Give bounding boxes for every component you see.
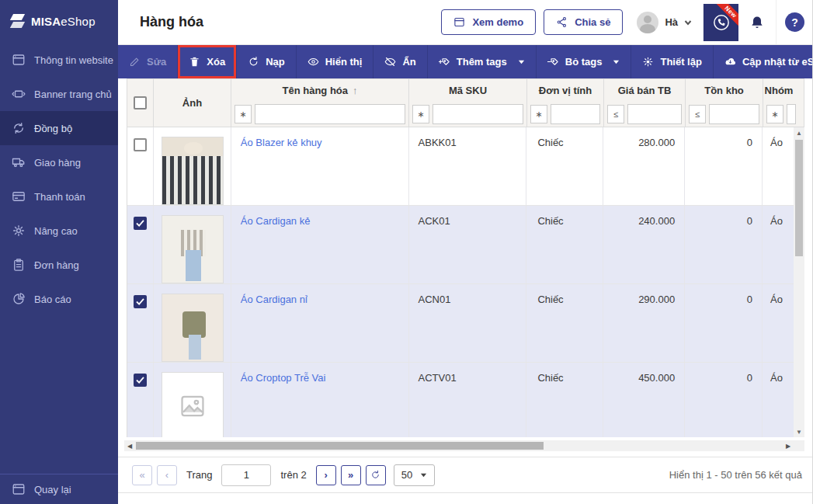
product-thumbnail[interactable]: [162, 294, 224, 362]
product-thumbnail[interactable]: [162, 215, 224, 283]
filter-operator-button[interactable]: ∗: [412, 105, 429, 123]
help-button[interactable]: ?: [776, 0, 813, 44]
table-row[interactable]: Áo Cardigan kẻ ACK01 Chiếc 240.000 0 Áo: [127, 206, 794, 284]
product-name-link[interactable]: Áo Cardigan kẻ: [241, 215, 311, 227]
sidebar-item-label: Nâng cao: [34, 225, 78, 237]
filter-operator-button[interactable]: ∗: [766, 105, 783, 123]
filter-operator-button[interactable]: ∗: [235, 105, 252, 123]
product-price: 240.000: [603, 206, 685, 283]
table-body: Áo Blazer kẻ khuy ABKK01 Chiếc 280.000 0…: [127, 127, 794, 437]
xoa-button[interactable]: Xóa: [178, 45, 237, 78]
refresh-icon: [370, 470, 380, 480]
scroll-up-icon[interactable]: ▲: [794, 127, 804, 138]
back-button[interactable]: Quay lại: [0, 474, 118, 504]
page-size-select[interactable]: 50: [394, 464, 435, 486]
filter-operator-button[interactable]: ≤: [689, 105, 706, 123]
product-group: Áo: [763, 206, 794, 283]
filter-operator-button[interactable]: ≤: [607, 105, 624, 123]
product-name-link[interactable]: Áo Croptop Trễ Vai: [241, 372, 326, 384]
product-group: Áo: [763, 363, 794, 437]
filter-operator-button[interactable]: ∗: [530, 105, 547, 123]
main-content: Hàng hóa Xem demo Chia sẻ Hà New: [118, 0, 813, 504]
select-all-checkbox[interactable]: [134, 96, 147, 109]
sidebar-item-nang-cao[interactable]: Nâng cao: [0, 214, 118, 248]
eye-off-icon: [384, 56, 396, 68]
chia-se-button[interactable]: Chia sẻ: [544, 9, 623, 35]
sidebar-item-banner-trang-chu[interactable]: Banner trang chủ: [0, 77, 118, 111]
sidebar-footer: Quay lại: [0, 474, 118, 504]
reload-page-button[interactable]: [366, 465, 386, 485]
nap-button[interactable]: Nạp: [237, 45, 297, 78]
product-price: 450.000: [603, 363, 685, 437]
bell-icon: [749, 15, 765, 30]
prev-page-button[interactable]: ‹: [157, 465, 177, 485]
product-stock: 0: [685, 363, 763, 437]
results-summary: Hiển thị 1 - 50 trên 56 kết quả: [669, 469, 802, 481]
scroll-left-icon[interactable]: ◀: [124, 440, 135, 451]
product-sku: ACK01: [409, 206, 527, 283]
them-tags-button[interactable]: Thêm tags: [428, 45, 537, 78]
sidebar-item-dong-bo[interactable]: Đồng bộ: [0, 111, 118, 145]
sua-button[interactable]: Sửa: [118, 45, 178, 78]
row-checkbox[interactable]: [134, 295, 147, 308]
filter-input-gia-ban-tb[interactable]: [627, 104, 682, 124]
back-label: Quay lại: [34, 484, 71, 495]
sidebar-item-don-hang[interactable]: Đơn hàng: [0, 248, 118, 282]
product-name-link[interactable]: Áo Cardigan nỉ: [241, 294, 307, 305]
filter-input-don-vi-tinh[interactable]: [551, 104, 600, 124]
column-header-ton-kho[interactable]: Tồn kho: [686, 79, 763, 102]
table-row[interactable]: Áo Blazer kẻ khuy ABKK01 Chiếc 280.000 0…: [127, 127, 794, 206]
page-number-input[interactable]: [221, 464, 271, 486]
first-page-button[interactable]: «: [132, 465, 152, 485]
scroll-right-icon[interactable]: ▶: [783, 440, 794, 451]
product-unit: Chiếc: [526, 127, 603, 205]
pencil-icon: [129, 56, 141, 68]
column-header-anh[interactable]: Ảnh: [154, 79, 231, 127]
column-header-don-vi-tinh[interactable]: Đơn vị tính: [527, 79, 603, 102]
product-name-link[interactable]: Áo Blazer kẻ khuy: [241, 137, 322, 148]
row-checkbox[interactable]: [134, 217, 147, 230]
sidebar-item-bao-cao[interactable]: Báo cáo: [0, 282, 118, 316]
horizontal-scroll-thumb[interactable]: [136, 442, 544, 450]
cloud-download-icon: [724, 56, 736, 68]
column-header-gia-ban-tb[interactable]: Giá bán TB: [604, 79, 685, 102]
row-checkbox[interactable]: [134, 374, 147, 387]
support-phone-button[interactable]: New: [703, 4, 738, 41]
xem-demo-button[interactable]: Xem demo: [441, 9, 536, 35]
tag-minus-icon: [547, 56, 559, 68]
filter-input-nhom[interactable]: [787, 104, 796, 124]
credit-card-icon: [12, 189, 26, 203]
notifications-button[interactable]: [738, 0, 776, 44]
sidebar-item-giao-hang[interactable]: Giao hàng: [0, 145, 118, 179]
table-row[interactable]: Áo Cardigan nỉ ACN01 Chiếc 290.000 0 Áo: [127, 284, 794, 363]
filter-input-ton-kho[interactable]: [709, 104, 759, 124]
image-placeholder-icon: [179, 393, 206, 419]
share-icon: [556, 16, 568, 28]
cap-nhat-tu-eshop-button[interactable]: Cập nhật từ eShop: [714, 45, 813, 78]
sidebar-item-thanh-toan[interactable]: Thanh toán: [0, 179, 118, 214]
gear-icon: [642, 56, 654, 68]
table-row[interactable]: Áo Croptop Trễ Vai ACTV01 Chiếc 450.000 …: [127, 363, 794, 437]
filter-input-ma-sku[interactable]: [433, 104, 523, 124]
row-checkbox[interactable]: [134, 138, 147, 151]
last-page-button[interactable]: »: [341, 465, 361, 485]
sidebar-item-thong-tin-website[interactable]: Thông tin website: [0, 43, 118, 77]
dropdown-chevron-icon: [518, 58, 525, 65]
column-header-nhom[interactable]: Nhóm: [763, 79, 794, 102]
product-group: Áo: [763, 284, 794, 362]
thiet-lap-button[interactable]: Thiết lập: [631, 45, 713, 78]
vertical-scrollbar[interactable]: ▲ ▼: [794, 127, 804, 437]
an-button[interactable]: Ẩn: [373, 45, 427, 78]
vertical-scroll-thumb[interactable]: [795, 140, 803, 256]
filter-input-ten-hang-hoa[interactable]: [255, 104, 405, 124]
column-header-ma-sku[interactable]: Mã SKU: [409, 79, 526, 102]
next-page-button[interactable]: ›: [316, 465, 336, 485]
horizontal-scrollbar[interactable]: ◀ ▶: [124, 440, 804, 451]
product-thumbnail[interactable]: [162, 137, 224, 205]
hien-thi-button[interactable]: Hiển thị: [297, 45, 374, 78]
scroll-down-icon[interactable]: ▼: [794, 426, 804, 437]
user-menu[interactable]: Hà: [631, 12, 703, 33]
column-header-ten-hang-hoa[interactable]: Tên hàng hóa↑: [231, 79, 408, 102]
product-thumbnail[interactable]: [162, 372, 224, 437]
bo-tags-button[interactable]: Bỏ tags: [537, 45, 632, 78]
